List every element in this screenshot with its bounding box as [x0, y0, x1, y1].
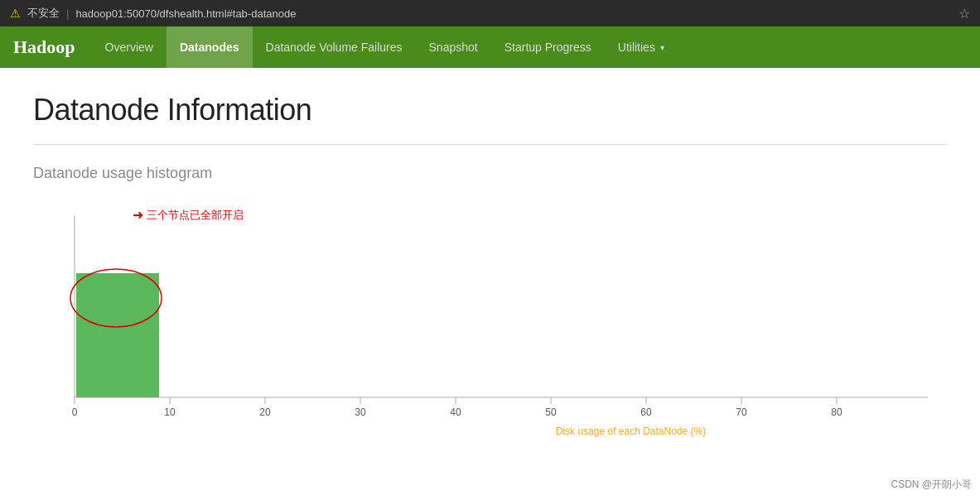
- navbar: Hadoop Overview Datanodes Datanode Volum…: [0, 26, 980, 68]
- svg-text:70: 70: [736, 406, 747, 418]
- section-title: Datanode usage histogram: [33, 165, 947, 182]
- annotation-text: 三个节点已全部开启: [147, 208, 244, 223]
- histogram-chart: 3 0 10 20 30 40 50: [33, 207, 944, 439]
- caret-icon: ▾: [660, 43, 664, 52]
- main-content: Datanode Information Datanode usage hist…: [0, 68, 980, 487]
- svg-text:30: 30: [355, 406, 366, 418]
- svg-text:10: 10: [164, 406, 176, 418]
- svg-text:40: 40: [450, 406, 461, 418]
- svg-text:20: 20: [259, 406, 271, 418]
- svg-text:0: 0: [72, 406, 78, 418]
- svg-text:50: 50: [545, 406, 557, 418]
- warning-icon: ⚠: [10, 7, 21, 20]
- nav-item-snapshot[interactable]: Snapshot: [416, 26, 491, 68]
- nav-item-startup-progress[interactable]: Startup Progress: [491, 26, 605, 68]
- nav-item-datanodes[interactable]: Datanodes: [167, 26, 253, 68]
- svg-text:60: 60: [640, 406, 652, 418]
- svg-text:80: 80: [831, 406, 842, 418]
- histogram-bar: [76, 273, 159, 397]
- navbar-brand[interactable]: Hadoop: [13, 36, 75, 58]
- browser-bar: ⚠ 不安全 | hadoop01:50070/dfshealth.html#ta…: [0, 0, 980, 26]
- nav-item-datanode-volume-failures[interactable]: Datanode Volume Failures: [253, 26, 416, 68]
- page-title: Datanode Information: [33, 93, 947, 127]
- annotation-arrow-icon: ➜: [133, 207, 143, 223]
- divider: [33, 144, 947, 145]
- separator: |: [66, 7, 69, 20]
- security-label: 不安全: [27, 6, 60, 21]
- url-bar[interactable]: hadoop01:50070/dfshealth.html#tab-datano…: [75, 7, 296, 20]
- chart-container: ➜ 三个节点已全部开启 3 0 10: [33, 207, 947, 470]
- chart-svg-wrapper: 3 0 10 20 30 40 50: [33, 207, 947, 437]
- nav-item-utilities[interactable]: Utilities ▾: [605, 26, 678, 68]
- annotation: ➜ 三个节点已全部开启: [133, 207, 244, 223]
- bookmark-icon[interactable]: ☆: [958, 6, 970, 22]
- nav-item-overview[interactable]: Overview: [92, 26, 167, 68]
- watermark: CSDN @开朗小哥: [891, 478, 972, 487]
